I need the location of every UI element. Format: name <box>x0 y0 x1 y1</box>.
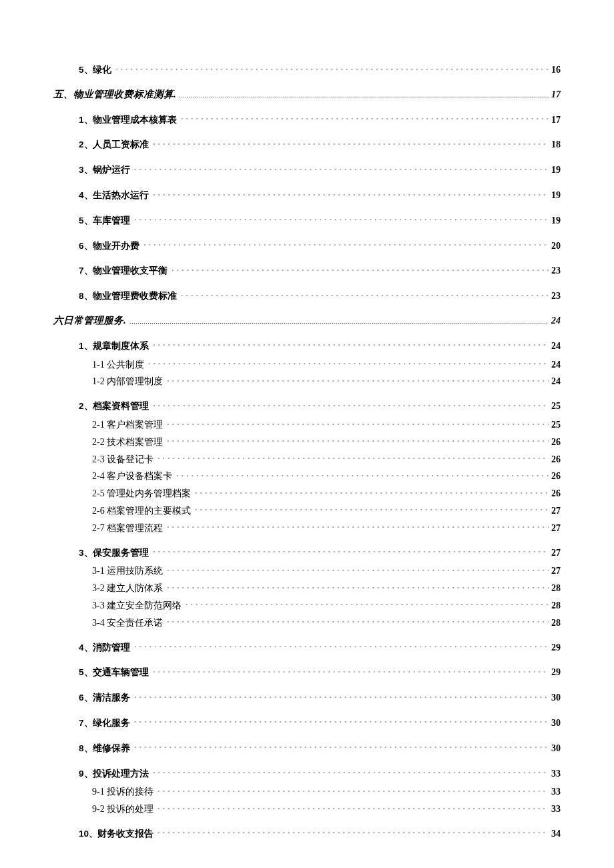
toc-page-number: 19 <box>551 165 561 176</box>
toc-entry-label: 3-3 建立安全防范网络 <box>92 600 182 612</box>
toc-entry-label: 2-1 客户档案管理 <box>92 420 163 431</box>
toc-entry-label: 2、人员工资标准 <box>79 139 149 151</box>
toc-page-number: 29 <box>551 642 561 654</box>
toc-item: 5、车库管理19 <box>79 214 561 227</box>
toc-page-number: 24 <box>551 316 561 327</box>
toc-entry-label: 2-4 客户设备档案卡 <box>92 471 172 482</box>
toc-item: 4、消防管理29 <box>79 641 561 654</box>
toc-page-number: 16 <box>551 65 561 76</box>
toc-sub-group: 9-1 投诉的接待339-2 投诉的处理33 <box>92 785 561 815</box>
toc-entry-label: 9-1 投诉的接待 <box>92 787 154 798</box>
toc-leader <box>156 827 549 837</box>
toc-item: 8、物业管理费收费标准23 <box>79 290 561 302</box>
toc-page-number: 27 <box>551 566 561 577</box>
toc-leader <box>133 214 549 224</box>
toc-page-number: 25 <box>551 401 561 412</box>
toc-entry-label: 3-2 建立人防体系 <box>92 583 163 594</box>
toc-entry-label: 7、物业管理收支平衡 <box>79 266 168 277</box>
toc-item: 6、物业开办费20 <box>79 240 561 252</box>
toc-entry-label: 6、物业开办费 <box>79 241 139 252</box>
toc-page-number: 33 <box>551 804 561 815</box>
toc-item: 4、生活热水运行19 <box>79 189 561 201</box>
toc-entry-label: 6、清洁服务 <box>79 693 130 704</box>
toc-leader <box>194 487 549 496</box>
table-of-contents: 5、绿化16五、物业管理收费标准测算.171、物业管理成本核算表172、人员工资… <box>67 63 561 840</box>
toc-entry-label: 1、规章制度体系 <box>79 341 149 352</box>
toc-page-number: 17 <box>551 115 561 126</box>
toc-sub-item: 1-2 内部管理制度24 <box>92 375 561 388</box>
toc-entry-label: 2-2 技术档案管理 <box>92 437 163 448</box>
toc-sub-item: 2-1 客户档案管理25 <box>92 418 561 431</box>
toc-leader <box>166 616 549 626</box>
toc-entry-label: 3、锅炉运行 <box>79 165 130 176</box>
toc-entry-label: 1、物业管理成本核算表 <box>79 115 177 126</box>
toc-sub-item: 9-1 投诉的接待33 <box>92 785 561 798</box>
toc-sub-item: 2-3 设备登记卡26 <box>92 453 561 466</box>
toc-entry-label: 4、消防管理 <box>79 642 130 654</box>
toc-leader <box>180 290 549 299</box>
toc-entry-label: 3-4 安全责任承诺 <box>92 618 163 629</box>
toc-entry-label: 10、财务收支报告 <box>79 829 154 840</box>
toc-leader <box>142 240 549 249</box>
toc-leader <box>156 453 549 462</box>
toc-sub-item: 2-2 技术档案管理26 <box>92 436 561 448</box>
toc-page-number: 28 <box>551 583 561 594</box>
toc-leader <box>133 742 549 751</box>
toc-item: 3、锅炉运行19 <box>79 163 561 176</box>
toc-leader <box>133 717 549 726</box>
toc-page-number: 19 <box>551 215 561 227</box>
toc-sub-item: 3-1 运用技防系统27 <box>92 564 561 577</box>
toc-leader <box>166 375 549 384</box>
toc-leader <box>114 63 549 73</box>
toc-entry-label: 六日常管理服务. <box>53 315 126 326</box>
toc-sub-item: 2-6 档案管理的主要模式27 <box>92 504 561 517</box>
toc-page-number: 26 <box>551 437 561 448</box>
toc-entry-label: 9、投诉处理方法 <box>79 769 149 780</box>
toc-item: 10、财务收支报告34 <box>79 827 561 840</box>
toc-page-number: 27 <box>551 523 561 534</box>
toc-leader <box>151 340 549 349</box>
toc-item: 8、维修保养30 <box>79 742 561 755</box>
toc-item: 7、物业管理收支平衡23 <box>79 264 561 277</box>
toc-page-number: 33 <box>551 787 561 798</box>
toc-leader <box>180 113 549 123</box>
toc-sub-item: 2-7 档案管理流程27 <box>92 522 561 534</box>
toc-leader <box>156 785 549 795</box>
toc-page-number: 24 <box>551 341 561 352</box>
toc-leader <box>170 264 549 274</box>
toc-page-number: 18 <box>551 139 561 151</box>
toc-page-number: 30 <box>551 743 561 755</box>
toc-leader <box>156 803 549 812</box>
toc-page-number: 26 <box>551 488 561 500</box>
toc-page-number: 25 <box>551 420 561 431</box>
toc-leader <box>129 323 549 324</box>
toc-page-number: 28 <box>551 600 561 612</box>
toc-entry-label: 7、绿化服务 <box>79 718 130 729</box>
toc-entry-label: 8、物业管理费收费标准 <box>79 291 177 302</box>
toc-leader <box>166 522 549 531</box>
toc-entry-label: 2-5 管理处内务管理档案 <box>92 488 191 500</box>
toc-item: 2、人员工资标准18 <box>79 138 561 151</box>
toc-entry-label: 5、绿化 <box>79 65 111 76</box>
toc-section-heading: 六日常管理服务.24 <box>53 315 561 327</box>
toc-page-number: 34 <box>551 829 561 840</box>
toc-leader <box>151 138 549 147</box>
toc-item: 6、清洁服务30 <box>79 691 561 704</box>
toc-page-number: 33 <box>551 769 561 780</box>
toc-page-number: 26 <box>551 471 561 482</box>
toc-sub-item: 9-2 投诉的处理33 <box>92 803 561 815</box>
toc-leader <box>184 599 549 608</box>
toc-section-heading: 五、物业管理收费标准测算.17 <box>53 89 561 101</box>
toc-leader <box>175 470 549 479</box>
toc-sub-item: 1-1 公共制度24 <box>92 358 561 371</box>
toc-sub-item: 3-4 安全责任承诺28 <box>92 616 561 629</box>
toc-sub-item: 3-2 建立人防体系28 <box>92 582 561 594</box>
toc-page-number: 26 <box>551 454 561 466</box>
toc-leader <box>151 546 549 556</box>
toc-item: 3、保安服务管理27 <box>79 546 561 559</box>
toc-sub-item: 3-3 建立安全防范网络28 <box>92 599 561 612</box>
toc-leader <box>133 163 549 173</box>
toc-leader <box>179 97 549 97</box>
toc-page-number: 28 <box>551 618 561 629</box>
toc-entry-label: 2-7 档案管理流程 <box>92 523 163 534</box>
